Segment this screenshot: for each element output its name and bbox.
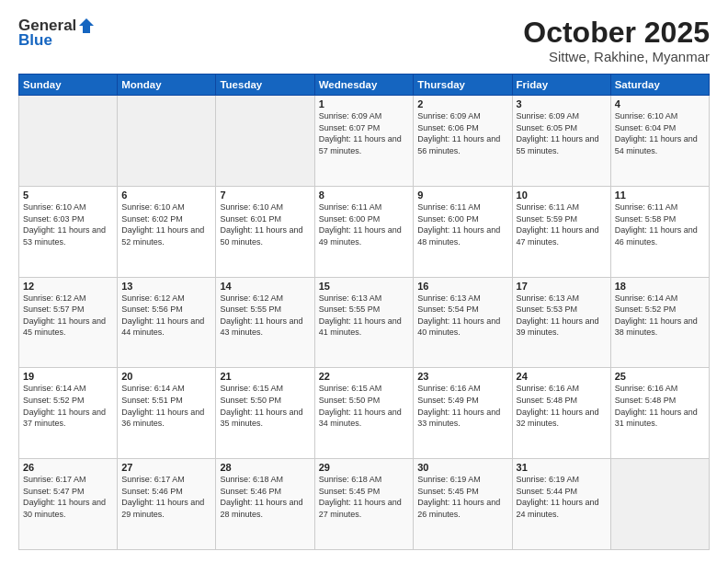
table-row: 30Sunrise: 6:19 AM Sunset: 5:45 PM Dayli… bbox=[414, 459, 512, 550]
day-info: Sunrise: 6:09 AM Sunset: 6:06 PM Dayligh… bbox=[417, 110, 507, 156]
col-wednesday: Wednesday bbox=[314, 75, 414, 96]
day-info: Sunrise: 6:19 AM Sunset: 5:45 PM Dayligh… bbox=[417, 474, 507, 520]
table-row: 23Sunrise: 6:16 AM Sunset: 5:49 PM Dayli… bbox=[414, 368, 512, 459]
table-row: 1Sunrise: 6:09 AM Sunset: 6:07 PM Daylig… bbox=[314, 96, 414, 187]
day-info: Sunrise: 6:11 AM Sunset: 6:00 PM Dayligh… bbox=[319, 201, 410, 247]
table-row: 14Sunrise: 6:12 AM Sunset: 5:55 PM Dayli… bbox=[216, 277, 314, 368]
table-row: 16Sunrise: 6:13 AM Sunset: 5:54 PM Dayli… bbox=[414, 277, 512, 368]
day-info: Sunrise: 6:19 AM Sunset: 5:44 PM Dayligh… bbox=[517, 474, 607, 520]
day-info: Sunrise: 6:18 AM Sunset: 5:46 PM Dayligh… bbox=[220, 474, 310, 520]
table-row: 15Sunrise: 6:13 AM Sunset: 5:55 PM Dayli… bbox=[314, 277, 414, 368]
day-number: 1 bbox=[319, 98, 410, 109]
table-row: 25Sunrise: 6:16 AM Sunset: 5:48 PM Dayli… bbox=[610, 368, 709, 459]
calendar-header: Sunday Monday Tuesday Wednesday Thursday… bbox=[19, 75, 710, 96]
day-number: 7 bbox=[220, 190, 310, 201]
col-sunday: Sunday bbox=[19, 75, 118, 96]
day-info: Sunrise: 6:16 AM Sunset: 5:49 PM Dayligh… bbox=[417, 383, 507, 429]
table-row: 18Sunrise: 6:14 AM Sunset: 5:52 PM Dayli… bbox=[610, 277, 709, 368]
day-info: Sunrise: 6:14 AM Sunset: 5:51 PM Dayligh… bbox=[121, 383, 211, 429]
table-row bbox=[118, 96, 216, 187]
logo-blue: Blue bbox=[18, 31, 52, 50]
day-info: Sunrise: 6:10 AM Sunset: 6:01 PM Dayligh… bbox=[220, 201, 310, 247]
day-number: 6 bbox=[121, 190, 211, 201]
table-row: 20Sunrise: 6:14 AM Sunset: 5:51 PM Dayli… bbox=[118, 368, 216, 459]
logo: General Blue bbox=[18, 17, 97, 50]
day-info: Sunrise: 6:18 AM Sunset: 5:45 PM Dayligh… bbox=[319, 474, 410, 520]
day-info: Sunrise: 6:09 AM Sunset: 6:07 PM Dayligh… bbox=[319, 110, 410, 156]
table-row: 31Sunrise: 6:19 AM Sunset: 5:44 PM Dayli… bbox=[512, 459, 610, 550]
day-number: 30 bbox=[417, 462, 507, 473]
day-number: 27 bbox=[121, 462, 211, 473]
day-number: 12 bbox=[23, 281, 113, 292]
day-number: 25 bbox=[615, 371, 705, 382]
logo-icon bbox=[77, 17, 96, 35]
day-info: Sunrise: 6:10 AM Sunset: 6:03 PM Dayligh… bbox=[23, 201, 113, 247]
table-row: 5Sunrise: 6:10 AM Sunset: 6:03 PM Daylig… bbox=[19, 186, 118, 277]
table-row: 11Sunrise: 6:11 AM Sunset: 5:58 PM Dayli… bbox=[610, 186, 709, 277]
day-info: Sunrise: 6:15 AM Sunset: 5:50 PM Dayligh… bbox=[319, 383, 410, 429]
day-number: 22 bbox=[319, 371, 410, 382]
table-row: 19Sunrise: 6:14 AM Sunset: 5:52 PM Dayli… bbox=[19, 368, 118, 459]
col-tuesday: Tuesday bbox=[216, 75, 314, 96]
header: General Blue October 2025 Sittwe, Rakhin… bbox=[18, 17, 710, 64]
table-row: 21Sunrise: 6:15 AM Sunset: 5:50 PM Dayli… bbox=[216, 368, 314, 459]
table-row: 26Sunrise: 6:17 AM Sunset: 5:47 PM Dayli… bbox=[19, 459, 118, 550]
table-row bbox=[19, 96, 118, 187]
day-number: 17 bbox=[517, 281, 607, 292]
day-number: 8 bbox=[319, 190, 410, 201]
col-monday: Monday bbox=[118, 75, 216, 96]
day-number: 10 bbox=[517, 190, 607, 201]
day-number: 24 bbox=[517, 371, 607, 382]
table-row: 27Sunrise: 6:17 AM Sunset: 5:46 PM Dayli… bbox=[118, 459, 216, 550]
day-info: Sunrise: 6:12 AM Sunset: 5:57 PM Dayligh… bbox=[23, 293, 113, 339]
table-row: 22Sunrise: 6:15 AM Sunset: 5:50 PM Dayli… bbox=[314, 368, 414, 459]
day-info: Sunrise: 6:09 AM Sunset: 6:05 PM Dayligh… bbox=[517, 110, 607, 156]
table-row: 4Sunrise: 6:10 AM Sunset: 6:04 PM Daylig… bbox=[610, 96, 709, 187]
day-info: Sunrise: 6:13 AM Sunset: 5:55 PM Dayligh… bbox=[319, 293, 410, 339]
title-area: October 2025 Sittwe, Rakhine, Myanmar bbox=[523, 17, 710, 64]
day-info: Sunrise: 6:10 AM Sunset: 6:04 PM Dayligh… bbox=[615, 110, 705, 156]
day-info: Sunrise: 6:17 AM Sunset: 5:46 PM Dayligh… bbox=[121, 474, 211, 520]
day-number: 9 bbox=[417, 190, 507, 201]
day-info: Sunrise: 6:13 AM Sunset: 5:53 PM Dayligh… bbox=[517, 293, 607, 339]
day-info: Sunrise: 6:13 AM Sunset: 5:54 PM Dayligh… bbox=[417, 293, 507, 339]
calendar-body: 1Sunrise: 6:09 AM Sunset: 6:07 PM Daylig… bbox=[19, 96, 710, 550]
table-row: 24Sunrise: 6:16 AM Sunset: 5:48 PM Dayli… bbox=[512, 368, 610, 459]
day-number: 21 bbox=[220, 371, 310, 382]
day-number: 20 bbox=[121, 371, 211, 382]
day-number: 28 bbox=[220, 462, 310, 473]
location: Sittwe, Rakhine, Myanmar bbox=[523, 49, 710, 64]
day-number: 23 bbox=[417, 371, 507, 382]
page: General Blue October 2025 Sittwe, Rakhin… bbox=[0, 0, 728, 563]
day-number: 11 bbox=[615, 190, 705, 201]
day-info: Sunrise: 6:11 AM Sunset: 6:00 PM Dayligh… bbox=[417, 201, 507, 247]
day-info: Sunrise: 6:12 AM Sunset: 5:56 PM Dayligh… bbox=[121, 293, 211, 339]
day-number: 29 bbox=[319, 462, 410, 473]
table-row: 2Sunrise: 6:09 AM Sunset: 6:06 PM Daylig… bbox=[414, 96, 512, 187]
table-row: 17Sunrise: 6:13 AM Sunset: 5:53 PM Dayli… bbox=[512, 277, 610, 368]
table-row bbox=[610, 459, 709, 550]
day-number: 16 bbox=[417, 281, 507, 292]
table-row: 9Sunrise: 6:11 AM Sunset: 6:00 PM Daylig… bbox=[414, 186, 512, 277]
day-number: 3 bbox=[517, 98, 607, 109]
day-number: 18 bbox=[615, 281, 705, 292]
table-row: 12Sunrise: 6:12 AM Sunset: 5:57 PM Dayli… bbox=[19, 277, 118, 368]
day-info: Sunrise: 6:16 AM Sunset: 5:48 PM Dayligh… bbox=[517, 383, 607, 429]
table-row: 7Sunrise: 6:10 AM Sunset: 6:01 PM Daylig… bbox=[216, 186, 314, 277]
month-title: October 2025 bbox=[523, 17, 710, 49]
day-info: Sunrise: 6:12 AM Sunset: 5:55 PM Dayligh… bbox=[220, 293, 310, 339]
day-number: 2 bbox=[417, 98, 507, 109]
day-info: Sunrise: 6:16 AM Sunset: 5:48 PM Dayligh… bbox=[615, 383, 705, 429]
col-friday: Friday bbox=[512, 75, 610, 96]
table-row: 3Sunrise: 6:09 AM Sunset: 6:05 PM Daylig… bbox=[512, 96, 610, 187]
day-info: Sunrise: 6:10 AM Sunset: 6:02 PM Dayligh… bbox=[121, 201, 211, 247]
svg-marker-0 bbox=[79, 18, 94, 33]
day-number: 4 bbox=[615, 98, 705, 109]
day-number: 26 bbox=[23, 462, 113, 473]
day-number: 5 bbox=[23, 190, 113, 201]
table-row: 6Sunrise: 6:10 AM Sunset: 6:02 PM Daylig… bbox=[118, 186, 216, 277]
day-info: Sunrise: 6:15 AM Sunset: 5:50 PM Dayligh… bbox=[220, 383, 310, 429]
col-thursday: Thursday bbox=[414, 75, 512, 96]
day-info: Sunrise: 6:14 AM Sunset: 5:52 PM Dayligh… bbox=[23, 383, 113, 429]
table-row: 28Sunrise: 6:18 AM Sunset: 5:46 PM Dayli… bbox=[216, 459, 314, 550]
